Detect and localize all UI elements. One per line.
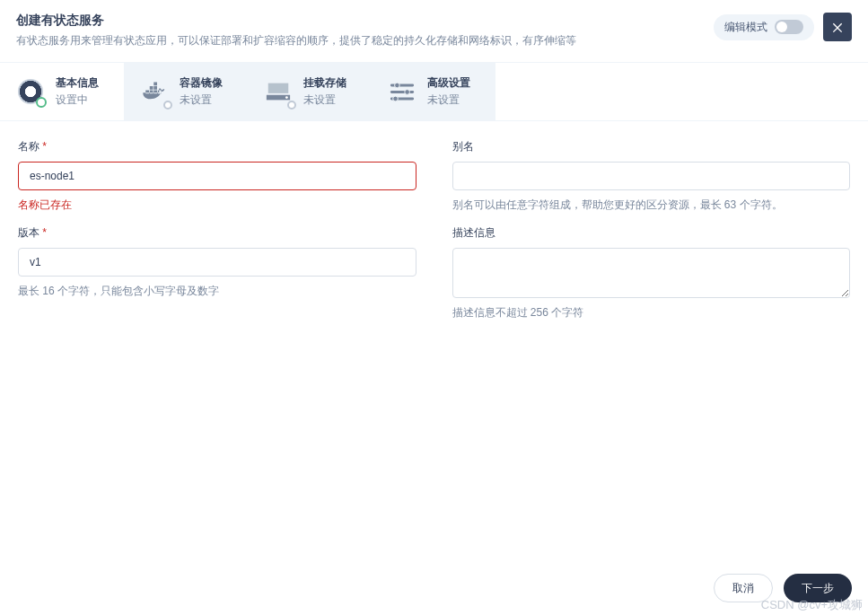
wizard-tabs: 基本信息 设置中 容器镜像 未设置 挂载存储 未设置 <box>0 63 868 121</box>
edit-mode-toggle[interactable] <box>775 20 803 34</box>
header-actions: 编辑模式 <box>714 13 852 41</box>
cancel-button[interactable]: 取消 <box>714 574 773 602</box>
form-content: 名称 名称已存在 别名 别名可以由任意字符组成，帮助您更好的区分资源，最长 63… <box>0 121 868 561</box>
tab-container-image[interactable]: 容器镜像 未设置 <box>124 63 248 120</box>
tab-subtitle: 设置中 <box>56 92 99 108</box>
close-button[interactable] <box>823 13 852 41</box>
svg-point-0 <box>285 96 288 99</box>
tab-subtitle: 未设置 <box>427 92 470 108</box>
basic-info-icon <box>16 77 45 106</box>
alias-input[interactable] <box>452 162 851 190</box>
modal-description: 有状态服务用来管理有状态应用，可以保证部署和扩容缩容的顺序，提供了稳定的持久化存… <box>16 32 703 49</box>
field-alias: 别名 别名可以由任意字符组成，帮助您更好的区分资源，最长 63 个字符。 <box>452 139 851 213</box>
alias-hint: 别名可以由任意字符组成，帮助您更好的区分资源，最长 63 个字符。 <box>452 198 851 213</box>
edit-mode-toggle-container: 编辑模式 <box>714 14 814 40</box>
field-description: 描述信息 描述信息不超过 256 个字符 <box>452 225 851 321</box>
header-text: 创建有状态服务 有状态服务用来管理有状态应用，可以保证部署和扩容缩容的顺序，提供… <box>16 13 703 49</box>
svg-point-2 <box>395 83 400 88</box>
close-icon <box>830 20 845 34</box>
tab-advanced[interactable]: 高级设置 未设置 <box>372 63 495 120</box>
version-input[interactable] <box>18 248 416 277</box>
tab-subtitle: 未设置 <box>180 92 223 108</box>
container-icon <box>140 77 169 106</box>
field-version: 版本 最长 16 个字符，只能包含小写字母及数字 <box>18 225 416 321</box>
description-textarea[interactable] <box>452 248 851 298</box>
alias-label: 别名 <box>452 139 851 154</box>
volume-icon <box>264 77 293 106</box>
modal-header: 创建有状态服务 有状态服务用来管理有状态应用，可以保证部署和扩容缩容的顺序，提供… <box>0 0 868 63</box>
tab-title: 容器镜像 <box>180 75 223 91</box>
svg-point-4 <box>405 90 410 95</box>
tab-subtitle: 未设置 <box>303 92 346 108</box>
advanced-icon <box>388 77 416 106</box>
next-button[interactable]: 下一步 <box>784 574 852 602</box>
tab-volume[interactable]: 挂载存储 未设置 <box>248 63 372 120</box>
tab-title: 基本信息 <box>56 75 99 91</box>
description-hint: 描述信息不超过 256 个字符 <box>452 305 851 321</box>
modal-footer: 取消 下一步 <box>0 561 868 615</box>
tab-title: 挂载存储 <box>303 75 346 91</box>
tab-title: 高级设置 <box>427 75 470 91</box>
name-input[interactable] <box>18 162 416 190</box>
tab-basic-info[interactable]: 基本信息 设置中 <box>0 63 124 120</box>
create-statefulset-modal: 创建有状态服务 有状态服务用来管理有状态应用，可以保证部署和扩容缩容的顺序，提供… <box>0 0 868 615</box>
field-name: 名称 名称已存在 <box>18 139 416 213</box>
edit-mode-label: 编辑模式 <box>724 20 767 35</box>
modal-title: 创建有状态服务 <box>16 13 703 29</box>
svg-rect-3 <box>390 91 414 93</box>
svg-rect-1 <box>390 84 414 87</box>
version-label: 版本 <box>18 225 416 241</box>
svg-point-6 <box>393 96 399 101</box>
name-error: 名称已存在 <box>18 198 416 213</box>
name-label: 名称 <box>18 139 416 154</box>
description-label: 描述信息 <box>452 225 851 241</box>
version-hint: 最长 16 个字符，只能包含小写字母及数字 <box>18 284 416 299</box>
